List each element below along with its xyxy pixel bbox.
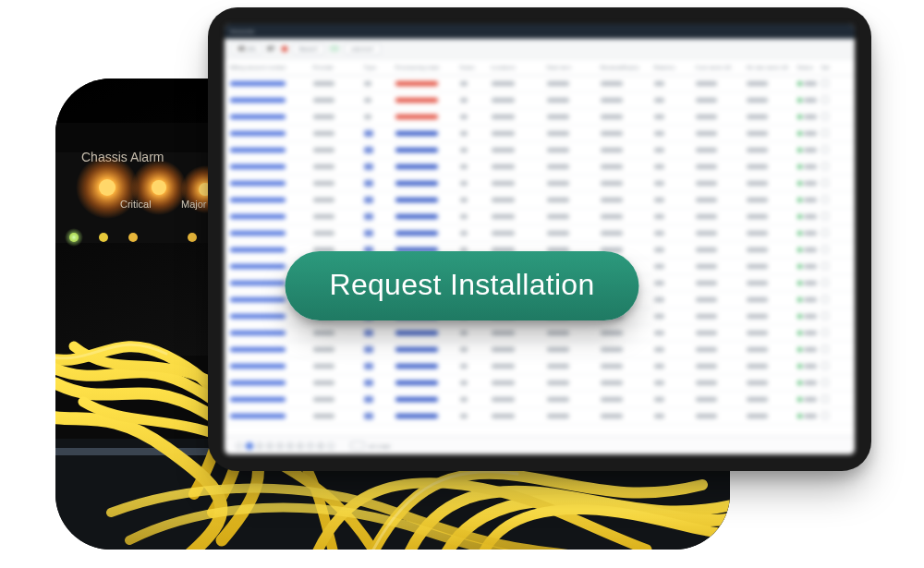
status-dot-red: [282, 46, 287, 52]
row-checkbox[interactable]: [821, 146, 829, 153]
row-checkbox[interactable]: [821, 229, 829, 236]
status-dot-green: [797, 264, 802, 269]
status-dot-green: [797, 231, 802, 236]
row-checkbox[interactable]: [821, 329, 829, 336]
row-checkbox[interactable]: [821, 246, 829, 253]
badge-count: 87: [267, 45, 274, 52]
selected-count-pill[interactable]: 48 (00): [232, 43, 261, 54]
row-checkbox[interactable]: [821, 296, 829, 303]
status-dot-green: [797, 281, 802, 285]
table-row[interactable]: [225, 209, 855, 225]
col-header[interactable]: Locations: [492, 65, 547, 70]
col-header[interactable]: Provisioning state: [395, 65, 460, 70]
status-dot-green: [797, 164, 802, 169]
pagination-page[interactable]: 1: [246, 442, 253, 450]
row-checkbox[interactable]: [821, 179, 829, 187]
row-checkbox[interactable]: [821, 395, 829, 403]
pagination-next[interactable]: ›: [327, 442, 334, 450]
pagination-page[interactable]: 4: [276, 442, 284, 450]
row-checkbox[interactable]: [821, 79, 829, 87]
toolbar-pill-b[interactable]: columns ×: [345, 43, 380, 54]
row-checkbox[interactable]: [821, 129, 829, 137]
app-title: Accounts: [230, 29, 254, 34]
pagination-page[interactable]: 3: [266, 442, 274, 450]
row-checkbox[interactable]: [821, 163, 829, 170]
col-header[interactable]: Rate/mo: [654, 65, 696, 70]
app-screen: Accounts 48 (00) 87 filtered × columns ×…: [225, 24, 855, 454]
table-row[interactable]: [225, 342, 855, 358]
row-checkbox[interactable]: [821, 212, 829, 220]
request-installation-button[interactable]: Request Installation: [285, 251, 638, 320]
col-header[interactable]: Renewal/Expiry: [601, 65, 654, 70]
col-header[interactable]: Status: [797, 65, 821, 70]
row-checkbox[interactable]: [821, 96, 829, 103]
tablet-device: Accounts 48 (00) 87 filtered × columns ×…: [208, 7, 871, 471]
status-dot-green: [797, 81, 802, 86]
table-row[interactable]: [225, 142, 855, 159]
close-icon[interactable]: ×: [371, 45, 375, 52]
tag-icon: [364, 130, 373, 137]
col-header[interactable]: Provider: [313, 65, 364, 70]
pagination-prev[interactable]: ‹: [236, 442, 243, 450]
table-row[interactable]: [225, 76, 855, 92]
status-dot-green: [797, 347, 802, 352]
row-checkbox[interactable]: [821, 362, 829, 369]
toolbar-pill-a[interactable]: filtered ×: [293, 43, 324, 54]
tag-icon: [364, 213, 373, 220]
status-chip-green: [330, 45, 339, 52]
tag-icon: [364, 413, 373, 419]
pagination-page[interactable]: 7: [307, 442, 314, 450]
table-row[interactable]: [225, 375, 855, 392]
pagination: ‹ 12345678 › per page: [225, 436, 855, 454]
status-dot-green: [797, 148, 802, 152]
table-row[interactable]: [225, 325, 855, 342]
table-row[interactable]: [225, 192, 855, 209]
table-row[interactable]: [225, 109, 855, 126]
table-row[interactable]: [225, 159, 855, 175]
table-row[interactable]: [225, 225, 855, 242]
pagination-page[interactable]: 2: [256, 442, 263, 450]
pagination-page[interactable]: 8: [317, 442, 324, 450]
table-row[interactable]: [225, 392, 855, 408]
table-row[interactable]: [225, 92, 855, 109]
per-page-control[interactable]: per page: [350, 441, 391, 450]
app-toolbar: 48 (00) 87 filtered × columns ×: [225, 39, 855, 59]
row-checkbox[interactable]: [821, 262, 829, 270]
row-checkbox[interactable]: [821, 279, 829, 286]
tag-icon: [364, 363, 373, 369]
table-row[interactable]: [225, 408, 855, 425]
status-dot-green: [797, 364, 802, 369]
tag-icon: [364, 396, 373, 403]
per-page-select[interactable]: [350, 441, 365, 450]
tag-icon: [364, 147, 373, 153]
tag-icon: [364, 346, 373, 353]
status-dot-green: [797, 414, 802, 418]
close-icon[interactable]: ×: [315, 45, 319, 52]
status-dot-green: [797, 115, 802, 119]
table-header-row: Billing account number Provider Type Pro…: [225, 59, 855, 76]
col-header[interactable]: Billing account number: [230, 65, 313, 70]
table-row[interactable]: [225, 358, 855, 375]
col-header[interactable]: Alt rate cents US: [747, 65, 797, 70]
tag-icon: [364, 330, 373, 336]
col-header[interactable]: Cost cents US: [696, 65, 747, 70]
row-checkbox[interactable]: [821, 312, 829, 320]
row-checkbox[interactable]: [821, 379, 829, 386]
col-header[interactable]: Type: [364, 65, 395, 70]
row-checkbox[interactable]: [821, 113, 829, 120]
table-row[interactable]: [225, 175, 855, 192]
status-dot-green: [797, 98, 802, 103]
pagination-page[interactable]: 5: [286, 442, 294, 450]
row-checkbox[interactable]: [821, 196, 829, 203]
status-dot-green: [797, 131, 802, 136]
col-header[interactable]: Sel: [821, 65, 836, 70]
status-dot-green: [797, 297, 802, 302]
status-dot-green: [797, 248, 802, 252]
row-checkbox[interactable]: [821, 412, 829, 419]
pagination-page[interactable]: 6: [297, 442, 304, 450]
col-header[interactable]: Notes: [460, 65, 492, 70]
table-row[interactable]: [225, 126, 855, 142]
row-checkbox[interactable]: [821, 345, 829, 353]
col-header[interactable]: Start term: [547, 65, 601, 70]
status-dot-green: [797, 181, 802, 186]
